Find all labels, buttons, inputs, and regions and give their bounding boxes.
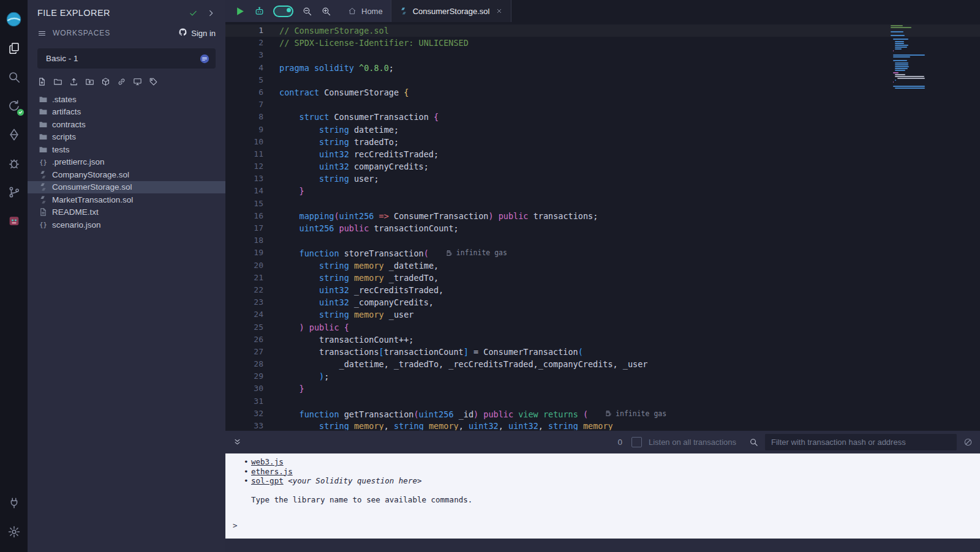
file-tests[interactable]: tests bbox=[28, 143, 225, 156]
activity-settings-icon[interactable] bbox=[0, 517, 28, 546]
workspace-badge-icon[interactable] bbox=[199, 53, 210, 64]
code-line[interactable]: 16 mapping(uint256 => ConsumerTransactio… bbox=[225, 210, 980, 222]
code-line[interactable]: 29 ); bbox=[225, 370, 980, 382]
copy-link-icon[interactable] bbox=[117, 77, 126, 86]
gas-estimate-hint: infinite gas bbox=[605, 408, 666, 420]
file-explorer-panel: FILE EXPLORER WORKSPACES Sign in Basic -… bbox=[28, 0, 225, 552]
home-icon bbox=[348, 7, 356, 15]
terminal-prompt[interactable]: > bbox=[233, 521, 238, 531]
code-line[interactable]: 19 function storeTransaction(infinite ga… bbox=[225, 247, 980, 259]
file-.prettierrc.json[interactable]: {}.prettierrc.json bbox=[28, 156, 225, 169]
code-editor[interactable]: 1// ConsumerStorage.sol2// SPDX-License-… bbox=[225, 22, 980, 430]
line-number: 27 bbox=[225, 346, 263, 358]
code-line[interactable]: 28 _datetime, _tradedTo, _recCreditsTrad… bbox=[225, 358, 980, 370]
code-line[interactable]: 25 ) public { bbox=[225, 321, 980, 334]
file-scenario.json[interactable]: {}scenario.json bbox=[28, 218, 225, 231]
listen-checkbox[interactable] bbox=[631, 437, 642, 447]
code-line[interactable]: 11 uint32 recCreditsTraded; bbox=[225, 148, 980, 160]
code-line[interactable]: 3 bbox=[225, 49, 980, 61]
run-script-button[interactable] bbox=[234, 6, 246, 17]
code-line[interactable]: 26 transactionCount++; bbox=[225, 334, 980, 346]
activity-file-explorer-icon[interactable] bbox=[0, 34, 28, 62]
terminal-link[interactable]: web3.js bbox=[251, 457, 284, 467]
ban-icon[interactable] bbox=[963, 438, 973, 447]
minimap[interactable] bbox=[891, 25, 926, 89]
code-line[interactable]: 33 string memory, string memory, uint32,… bbox=[225, 420, 980, 430]
code-text: string memory _tradedTo, bbox=[279, 272, 439, 284]
connect-localhost-icon[interactable] bbox=[133, 77, 142, 86]
chevrons-down-icon[interactable] bbox=[233, 438, 242, 447]
code-line[interactable]: 8 struct ConsumerTransaction { bbox=[225, 111, 980, 123]
activity-home-logo[interactable] bbox=[0, 5, 28, 34]
file-CompanyStorage.sol[interactable]: CompanyStorage.sol bbox=[28, 168, 225, 181]
chevron-right-icon[interactable] bbox=[206, 9, 216, 18]
code-line[interactable]: 6contract ConsumerStorage { bbox=[225, 86, 980, 99]
file-ConsumerStorage.sol[interactable]: ConsumerStorage.sol bbox=[28, 181, 225, 194]
code-line[interactable]: 4pragma solidity ^0.8.0; bbox=[225, 62, 980, 74]
upload-file-icon[interactable] bbox=[69, 77, 78, 86]
code-line[interactable]: 20 string memory _datetime, bbox=[225, 259, 980, 272]
workspace-select[interactable]: Basic - 1 bbox=[37, 48, 216, 69]
file-MarketTransaction.sol[interactable]: MarketTransaction.sol bbox=[28, 193, 225, 206]
code-line[interactable]: 18 bbox=[225, 234, 980, 247]
activity-solidity-compiler-icon[interactable] bbox=[0, 91, 28, 120]
code-line[interactable]: 14 } bbox=[225, 185, 980, 197]
activity-debugger-icon[interactable] bbox=[0, 149, 28, 177]
file-scripts[interactable]: scripts bbox=[28, 131, 225, 144]
code-line[interactable]: 12 uint32 companyCredits; bbox=[225, 160, 980, 173]
folder-icon bbox=[39, 132, 48, 141]
code-line[interactable]: 21 string memory _tradedTo, bbox=[225, 272, 980, 284]
activity-source-control-icon[interactable] bbox=[0, 177, 28, 206]
code-line[interactable]: 27 transactions[transactionCount] = Cons… bbox=[225, 346, 980, 358]
activity-plugin-icon[interactable] bbox=[0, 206, 28, 235]
json-icon: {} bbox=[39, 157, 48, 166]
search-icon[interactable] bbox=[749, 438, 758, 447]
sign-in-button[interactable]: Sign in bbox=[178, 28, 216, 39]
tag-icon[interactable] bbox=[149, 77, 158, 86]
new-file-icon[interactable] bbox=[37, 77, 47, 86]
line-number: 16 bbox=[225, 210, 263, 222]
file-contracts[interactable]: contracts bbox=[28, 118, 225, 131]
line-number: 31 bbox=[225, 395, 263, 408]
tab-Home[interactable]: Home bbox=[340, 0, 391, 22]
terminal-link[interactable]: sol-gpt bbox=[251, 476, 284, 486]
close-tab-icon[interactable] bbox=[496, 7, 503, 15]
file-artifacts[interactable]: artifacts bbox=[28, 106, 225, 119]
code-line[interactable]: 1// ConsumerStorage.sol bbox=[225, 24, 980, 37]
code-line[interactable]: 13 string user; bbox=[225, 173, 980, 185]
publish-to-ipfs-icon[interactable] bbox=[101, 77, 110, 86]
activity-deploy-and-run-icon[interactable] bbox=[0, 120, 28, 149]
activity-search-icon[interactable] bbox=[0, 62, 28, 91]
code-line[interactable]: 22 uint32 _recCreditsTraded, bbox=[225, 284, 980, 296]
tab-ConsumerStorage.sol[interactable]: ConsumerStorage.sol bbox=[391, 0, 512, 22]
zoom-in-button[interactable] bbox=[321, 6, 331, 17]
file-README.txt[interactable]: README.txt bbox=[28, 206, 225, 219]
copilot-toggle[interactable] bbox=[273, 6, 293, 17]
upload-folder-icon[interactable] bbox=[85, 77, 94, 86]
terminal-link[interactable]: ethers.js bbox=[251, 467, 293, 477]
code-line[interactable]: 15 bbox=[225, 198, 980, 210]
file-.states[interactable]: .states bbox=[28, 93, 225, 106]
code-line[interactable]: 7 bbox=[225, 99, 980, 111]
code-line[interactable]: 2// SPDX-License-Identifier: UNLICENSED bbox=[225, 37, 980, 49]
terminal[interactable]: •web3.js•ethers.js•sol-gpt <your Solidit… bbox=[225, 453, 980, 539]
file-name: scripts bbox=[52, 132, 76, 141]
file-name: .prettierrc.json bbox=[52, 157, 105, 166]
remix-ai-button[interactable] bbox=[254, 6, 265, 17]
hamburger-icon[interactable] bbox=[37, 29, 47, 38]
code-line[interactable]: 17 uint256 public transactionCount; bbox=[225, 222, 980, 234]
code-line[interactable]: 9 string datetime; bbox=[225, 124, 980, 136]
code-line[interactable]: 31 bbox=[225, 395, 980, 408]
zoom-out-button[interactable] bbox=[302, 6, 312, 17]
code-line[interactable]: 30 } bbox=[225, 382, 980, 395]
transaction-filter-input[interactable] bbox=[765, 434, 957, 450]
terminal-toolbar: 0 Listen on all transactions bbox=[225, 430, 980, 453]
check-icon[interactable] bbox=[189, 9, 198, 18]
code-line[interactable]: 23 uint32 _companyCredits, bbox=[225, 296, 980, 308]
activity-plugin-manager-icon[interactable] bbox=[0, 488, 28, 517]
code-line[interactable]: 5 bbox=[225, 74, 980, 86]
code-line[interactable]: 32 function getTransaction(uint256 _id) … bbox=[225, 408, 980, 420]
code-line[interactable]: 10 string tradedTo; bbox=[225, 136, 980, 148]
code-line[interactable]: 24 string memory _user bbox=[225, 308, 980, 321]
new-folder-icon[interactable] bbox=[53, 77, 62, 86]
